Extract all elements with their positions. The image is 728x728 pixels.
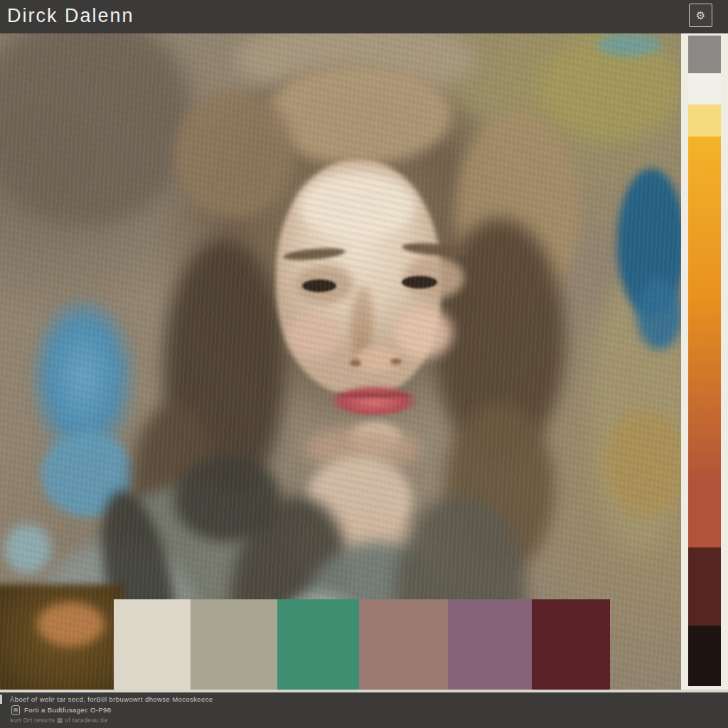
gear-icon: ⚙ bbox=[696, 9, 705, 22]
color-palette-row bbox=[0, 599, 681, 690]
palette-swatch-cream[interactable] bbox=[114, 599, 191, 690]
status-bar: Àboef of welir tar secd, forB8l brbuwowr… bbox=[0, 692, 728, 728]
palette-swatch-purple[interactable] bbox=[448, 599, 532, 690]
title-bar: Dirck Dalenn ⚙ bbox=[0, 0, 728, 33]
paint-stroke bbox=[302, 279, 336, 292]
document-icon: ▤ bbox=[11, 705, 20, 715]
edge-mark bbox=[0, 695, 2, 704]
paint-stroke bbox=[328, 381, 419, 415]
paint-stroke bbox=[636, 279, 681, 350]
paint-stroke bbox=[174, 456, 281, 542]
palette-swatch-maroon[interactable] bbox=[532, 599, 610, 690]
palette-swatch-green[interactable] bbox=[277, 599, 359, 690]
paint-stroke bbox=[597, 33, 661, 56]
paint-stroke bbox=[288, 314, 339, 358]
paint-stroke bbox=[299, 172, 416, 240]
paint-stroke bbox=[390, 358, 402, 365]
app-window: Dirck Dalenn ⚙ Àboef of welir tar secd, … bbox=[0, 0, 728, 728]
palette-swatch-gray-green[interactable] bbox=[191, 599, 277, 690]
status-line-2: Forti a Budtfusagec O-P98 bbox=[24, 706, 111, 714]
paint-stroke bbox=[350, 360, 361, 366]
canvas-area bbox=[0, 33, 728, 690]
status-line-1: Àboef of welir tar secd, forB8l brbuwowr… bbox=[10, 695, 213, 703]
paint-stroke bbox=[604, 410, 681, 517]
palette-swatch-mauve[interactable] bbox=[359, 599, 448, 690]
paint-stroke bbox=[336, 393, 412, 397]
gradient-panel bbox=[681, 33, 728, 690]
portrait-painting bbox=[0, 33, 681, 690]
app-title: Dirck Dalenn bbox=[7, 5, 134, 27]
settings-button[interactable]: ⚙ bbox=[689, 4, 712, 27]
paint-stroke bbox=[395, 307, 453, 358]
paint-stroke bbox=[402, 276, 437, 289]
paint-stroke bbox=[174, 90, 295, 218]
gradient-strip[interactable] bbox=[688, 36, 721, 686]
status-line-3: surt Ort resurts ▦ of taradeuu.tia bbox=[10, 717, 107, 724]
paint-stroke bbox=[4, 524, 51, 574]
